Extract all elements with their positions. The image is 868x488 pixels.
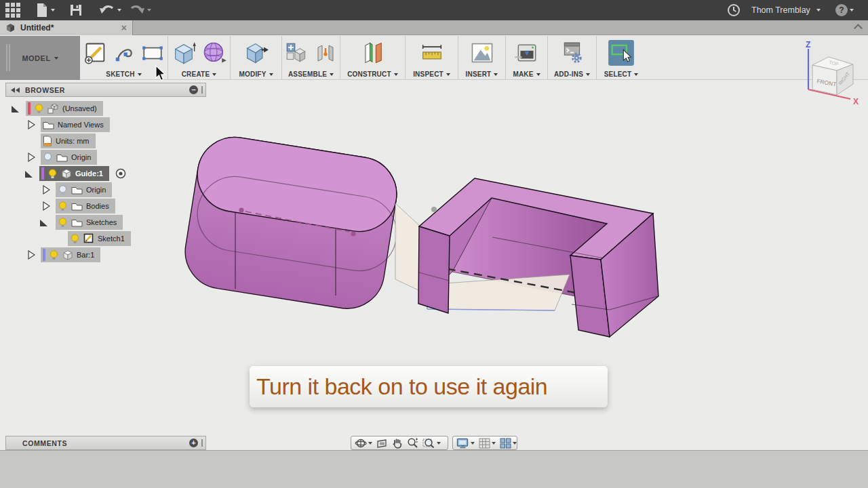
folder-icon	[56, 152, 68, 162]
zoom-window-button[interactable]	[421, 436, 442, 449]
browser-item-guide1[interactable]: Guide:1	[0, 166, 203, 181]
visibility-bulb-icon[interactable]	[49, 250, 59, 260]
comments-title: COMMENTS	[22, 439, 67, 447]
construct-plane-icon[interactable]	[359, 40, 387, 66]
browser-item-root[interactable]: (Unsaved)	[0, 101, 203, 116]
tab-close-icon[interactable]: ×	[121, 23, 127, 33]
file-menu-icon[interactable]	[35, 3, 55, 18]
visibility-bulb-off-icon[interactable]	[58, 185, 68, 195]
group-label-construct[interactable]: CONSTRUCT	[347, 70, 391, 78]
component-icon	[47, 104, 59, 114]
group-label-sketch[interactable]: SKETCH	[106, 70, 134, 78]
collapsed-triangle-icon[interactable]	[42, 185, 51, 195]
visibility-bulb-icon[interactable]	[70, 234, 80, 244]
collapsed-triangle-icon[interactable]	[27, 152, 36, 162]
3d-print-icon[interactable]	[515, 41, 539, 65]
job-status-clock-icon[interactable]	[727, 3, 741, 18]
activate-component-radio[interactable]	[115, 168, 126, 182]
joint-icon[interactable]	[314, 41, 337, 64]
browser-item-bar1[interactable]: Bar:1	[0, 247, 203, 262]
folder-icon	[71, 218, 83, 227]
item-label: Origin	[71, 153, 91, 161]
expand-triangle-icon[interactable]	[39, 218, 48, 227]
group-label-create[interactable]: CREATE	[182, 70, 210, 78]
document-tab[interactable]: Untitled* ×	[0, 20, 133, 35]
guide-body-shape[interactable]	[180, 132, 402, 314]
insert-image-icon[interactable]	[469, 41, 495, 65]
group-label-modify[interactable]: MODIFY	[239, 70, 266, 78]
grid-snap-button[interactable]	[477, 436, 497, 449]
sketch-spline-icon[interactable]	[113, 41, 136, 64]
display-settings-button[interactable]	[455, 436, 476, 449]
visibility-bulb-icon[interactable]	[34, 104, 44, 114]
collapsed-triangle-icon[interactable]	[27, 120, 36, 129]
save-icon[interactable]	[69, 3, 83, 18]
browser-item-named-views[interactable]: Named Views	[0, 117, 203, 132]
zoom-button[interactable]	[406, 436, 420, 449]
browser-item-bodies[interactable]: Bodies	[0, 199, 203, 214]
browser-item-origin[interactable]: Origin	[0, 150, 203, 165]
browser-collapse-icon[interactable]: –	[189, 85, 198, 94]
viewcube[interactable]: Z X FRONT RIGHT TOP	[799, 41, 867, 114]
visibility-bulb-icon[interactable]	[58, 218, 68, 228]
modify-press-pull-icon[interactable]	[243, 40, 269, 66]
axis-z-label: Z	[806, 41, 810, 49]
comments-add-icon[interactable]: +	[189, 439, 198, 447]
comments-grip[interactable]	[201, 439, 203, 447]
create-form-icon[interactable]	[201, 40, 227, 66]
create-sketch-icon[interactable]	[83, 41, 108, 65]
collapse-arrows-icon[interactable]	[10, 87, 21, 94]
scripts-addins-icon[interactable]	[560, 40, 585, 66]
visibility-bulb-icon[interactable]	[58, 201, 68, 211]
undo-icon[interactable]	[99, 3, 121, 18]
browser-item-guide-origin[interactable]: Origin	[0, 182, 203, 197]
browser-item-sketch1[interactable]: Sketch1	[0, 231, 203, 246]
group-label-addins[interactable]: ADD-INS	[554, 70, 583, 78]
select-tool-icon[interactable]	[608, 39, 635, 66]
item-label: Bar:1	[77, 251, 94, 259]
expand-triangle-icon[interactable]	[11, 104, 20, 113]
component-cube-icon	[61, 168, 72, 179]
collapsed-triangle-icon[interactable]	[27, 250, 36, 260]
browser-item-sketches[interactable]: Sketches	[0, 215, 203, 230]
workspace-label: MODEL	[22, 54, 50, 62]
browser-item-units[interactable]: Units: mm	[0, 134, 203, 148]
main-toolbar: MODEL SKETCH CREATE	[0, 36, 868, 80]
collapsed-triangle-icon[interactable]	[42, 201, 51, 211]
user-account-menu[interactable]: Thom Tremblay	[751, 3, 821, 18]
group-label-make[interactable]: MAKE	[513, 70, 533, 78]
group-label-assemble[interactable]: ASSEMBLE	[288, 70, 327, 78]
timeline-strip	[0, 450, 868, 488]
bar-body-shape[interactable]	[418, 178, 658, 337]
browser-panel-header[interactable]: BROWSER –	[5, 83, 206, 97]
workspace-switcher[interactable]: MODEL	[0, 36, 80, 80]
caption-text: Turn it back on to use it again	[256, 373, 547, 400]
measure-icon[interactable]	[418, 41, 446, 65]
orbit-button[interactable]	[353, 436, 374, 449]
group-label-insert[interactable]: INSERT	[466, 70, 492, 78]
viewports-button[interactable]	[498, 436, 518, 449]
group-label-select[interactable]: SELECT	[604, 70, 632, 78]
look-at-button[interactable]	[375, 436, 389, 449]
create-box-icon[interactable]	[171, 40, 197, 66]
app-bar: Thom Tremblay ?	[0, 0, 868, 20]
help-menu-icon[interactable]: ?	[835, 3, 854, 18]
visibility-bulb-icon[interactable]	[47, 169, 58, 179]
visibility-bulb-off-icon[interactable]	[43, 152, 53, 163]
toolbar-group-construct: CONSTRUCT	[340, 36, 406, 80]
document-tab-bar: Untitled* ×	[0, 20, 868, 35]
redo-icon[interactable]	[129, 3, 151, 18]
group-label-inspect[interactable]: INSPECT	[413, 70, 443, 78]
app-grid-menu-icon[interactable]	[5, 3, 20, 18]
folder-icon	[71, 185, 83, 195]
browser-grip[interactable]	[201, 86, 203, 94]
comments-panel-header[interactable]: COMMENTS +	[5, 436, 206, 450]
expand-triangle-icon[interactable]	[24, 169, 33, 178]
toolbar-group-insert: INSERT	[458, 36, 506, 80]
sketch-rectangle-icon[interactable]	[140, 41, 165, 64]
component-cube-icon	[62, 249, 73, 260]
item-label: Bodies	[86, 202, 109, 210]
toolbar-collapse-chevron-icon[interactable]	[854, 24, 863, 33]
new-component-icon[interactable]	[285, 41, 309, 65]
pan-button[interactable]	[391, 436, 404, 449]
